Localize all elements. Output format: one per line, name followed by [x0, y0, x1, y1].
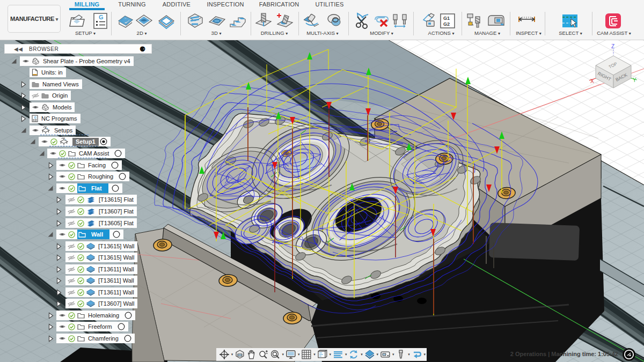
svg-text:G: G	[99, 14, 104, 20]
svg-text:Y: Y	[633, 77, 636, 83]
svg-text:Z: Z	[611, 43, 614, 49]
svg-text:G: G	[34, 116, 36, 119]
svg-text:G2: G2	[443, 21, 450, 27]
svg-text:G1: G1	[443, 16, 450, 21]
